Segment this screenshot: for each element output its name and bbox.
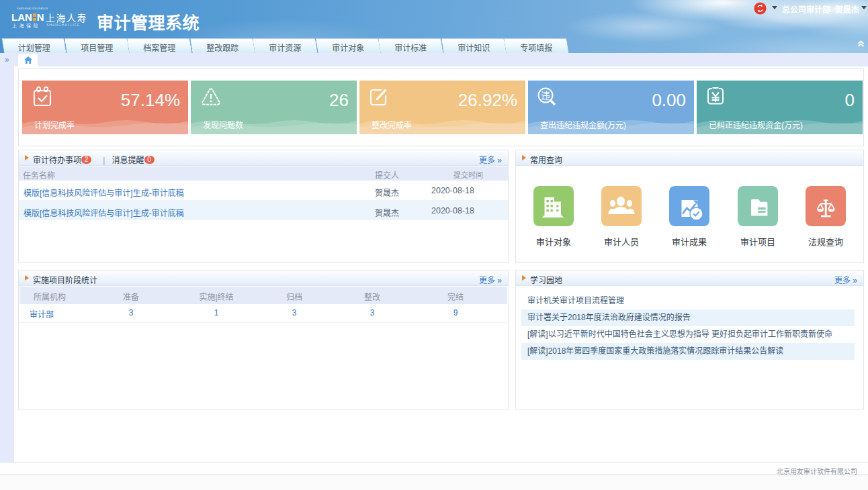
svg-text:违: 违 (541, 91, 550, 101)
